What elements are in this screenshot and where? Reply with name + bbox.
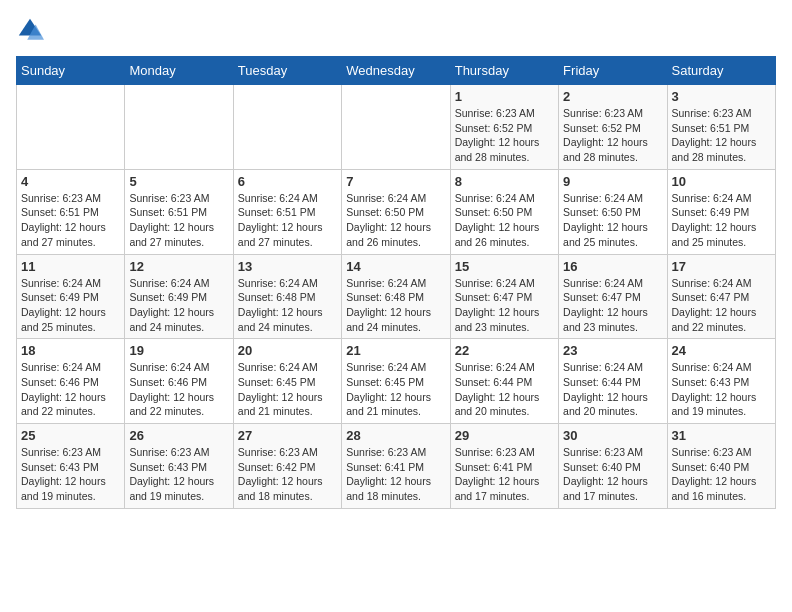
day-info: Sunrise: 6:23 AM Sunset: 6:42 PM Dayligh… (238, 445, 337, 504)
day-number: 22 (455, 343, 554, 358)
day-number: 19 (129, 343, 228, 358)
calendar-day-cell: 11Sunrise: 6:24 AM Sunset: 6:49 PM Dayli… (17, 254, 125, 339)
day-number: 13 (238, 259, 337, 274)
calendar-day-cell: 15Sunrise: 6:24 AM Sunset: 6:47 PM Dayli… (450, 254, 558, 339)
day-info: Sunrise: 6:24 AM Sunset: 6:51 PM Dayligh… (238, 191, 337, 250)
calendar-day-cell: 4Sunrise: 6:23 AM Sunset: 6:51 PM Daylig… (17, 169, 125, 254)
calendar-day-cell: 13Sunrise: 6:24 AM Sunset: 6:48 PM Dayli… (233, 254, 341, 339)
day-number: 16 (563, 259, 662, 274)
calendar-day-cell: 7Sunrise: 6:24 AM Sunset: 6:50 PM Daylig… (342, 169, 450, 254)
logo (16, 16, 48, 44)
calendar-day-cell (125, 85, 233, 170)
day-of-week-header: Friday (559, 57, 667, 85)
day-number: 20 (238, 343, 337, 358)
day-number: 21 (346, 343, 445, 358)
day-info: Sunrise: 6:24 AM Sunset: 6:48 PM Dayligh… (238, 276, 337, 335)
calendar-day-cell: 26Sunrise: 6:23 AM Sunset: 6:43 PM Dayli… (125, 424, 233, 509)
day-info: Sunrise: 6:23 AM Sunset: 6:41 PM Dayligh… (346, 445, 445, 504)
calendar-day-cell: 21Sunrise: 6:24 AM Sunset: 6:45 PM Dayli… (342, 339, 450, 424)
day-number: 30 (563, 428, 662, 443)
day-number: 5 (129, 174, 228, 189)
day-number: 4 (21, 174, 120, 189)
day-number: 25 (21, 428, 120, 443)
calendar-day-cell: 9Sunrise: 6:24 AM Sunset: 6:50 PM Daylig… (559, 169, 667, 254)
calendar-day-cell: 28Sunrise: 6:23 AM Sunset: 6:41 PM Dayli… (342, 424, 450, 509)
day-info: Sunrise: 6:23 AM Sunset: 6:43 PM Dayligh… (21, 445, 120, 504)
calendar-day-cell: 1Sunrise: 6:23 AM Sunset: 6:52 PM Daylig… (450, 85, 558, 170)
day-number: 14 (346, 259, 445, 274)
calendar-day-cell: 31Sunrise: 6:23 AM Sunset: 6:40 PM Dayli… (667, 424, 775, 509)
day-info: Sunrise: 6:23 AM Sunset: 6:40 PM Dayligh… (672, 445, 771, 504)
day-number: 24 (672, 343, 771, 358)
day-info: Sunrise: 6:24 AM Sunset: 6:50 PM Dayligh… (455, 191, 554, 250)
calendar-day-cell: 10Sunrise: 6:24 AM Sunset: 6:49 PM Dayli… (667, 169, 775, 254)
calendar-day-cell: 25Sunrise: 6:23 AM Sunset: 6:43 PM Dayli… (17, 424, 125, 509)
page-header (16, 16, 776, 44)
day-number: 26 (129, 428, 228, 443)
day-of-week-header: Saturday (667, 57, 775, 85)
day-info: Sunrise: 6:24 AM Sunset: 6:45 PM Dayligh… (346, 360, 445, 419)
calendar-day-cell: 14Sunrise: 6:24 AM Sunset: 6:48 PM Dayli… (342, 254, 450, 339)
calendar-day-cell: 17Sunrise: 6:24 AM Sunset: 6:47 PM Dayli… (667, 254, 775, 339)
day-number: 8 (455, 174, 554, 189)
day-of-week-header: Thursday (450, 57, 558, 85)
day-number: 18 (21, 343, 120, 358)
day-info: Sunrise: 6:24 AM Sunset: 6:46 PM Dayligh… (21, 360, 120, 419)
day-info: Sunrise: 6:23 AM Sunset: 6:52 PM Dayligh… (563, 106, 662, 165)
day-info: Sunrise: 6:23 AM Sunset: 6:51 PM Dayligh… (129, 191, 228, 250)
calendar-day-cell: 18Sunrise: 6:24 AM Sunset: 6:46 PM Dayli… (17, 339, 125, 424)
calendar-header-row: SundayMondayTuesdayWednesdayThursdayFrid… (17, 57, 776, 85)
calendar-day-cell (342, 85, 450, 170)
calendar-day-cell: 19Sunrise: 6:24 AM Sunset: 6:46 PM Dayli… (125, 339, 233, 424)
calendar-day-cell: 2Sunrise: 6:23 AM Sunset: 6:52 PM Daylig… (559, 85, 667, 170)
day-of-week-header: Tuesday (233, 57, 341, 85)
day-info: Sunrise: 6:24 AM Sunset: 6:43 PM Dayligh… (672, 360, 771, 419)
calendar-table: SundayMondayTuesdayWednesdayThursdayFrid… (16, 56, 776, 509)
calendar-day-cell: 24Sunrise: 6:24 AM Sunset: 6:43 PM Dayli… (667, 339, 775, 424)
calendar-day-cell: 22Sunrise: 6:24 AM Sunset: 6:44 PM Dayli… (450, 339, 558, 424)
day-number: 9 (563, 174, 662, 189)
calendar-week-row: 4Sunrise: 6:23 AM Sunset: 6:51 PM Daylig… (17, 169, 776, 254)
day-info: Sunrise: 6:23 AM Sunset: 6:41 PM Dayligh… (455, 445, 554, 504)
day-info: Sunrise: 6:24 AM Sunset: 6:47 PM Dayligh… (672, 276, 771, 335)
calendar-week-row: 11Sunrise: 6:24 AM Sunset: 6:49 PM Dayli… (17, 254, 776, 339)
calendar-day-cell: 6Sunrise: 6:24 AM Sunset: 6:51 PM Daylig… (233, 169, 341, 254)
day-number: 31 (672, 428, 771, 443)
day-of-week-header: Monday (125, 57, 233, 85)
day-info: Sunrise: 6:24 AM Sunset: 6:50 PM Dayligh… (346, 191, 445, 250)
calendar-day-cell: 23Sunrise: 6:24 AM Sunset: 6:44 PM Dayli… (559, 339, 667, 424)
day-of-week-header: Wednesday (342, 57, 450, 85)
day-info: Sunrise: 6:23 AM Sunset: 6:43 PM Dayligh… (129, 445, 228, 504)
day-of-week-header: Sunday (17, 57, 125, 85)
calendar-week-row: 25Sunrise: 6:23 AM Sunset: 6:43 PM Dayli… (17, 424, 776, 509)
calendar-day-cell: 27Sunrise: 6:23 AM Sunset: 6:42 PM Dayli… (233, 424, 341, 509)
calendar-day-cell: 8Sunrise: 6:24 AM Sunset: 6:50 PM Daylig… (450, 169, 558, 254)
calendar-day-cell: 5Sunrise: 6:23 AM Sunset: 6:51 PM Daylig… (125, 169, 233, 254)
day-number: 6 (238, 174, 337, 189)
day-number: 10 (672, 174, 771, 189)
day-info: Sunrise: 6:24 AM Sunset: 6:44 PM Dayligh… (455, 360, 554, 419)
day-number: 27 (238, 428, 337, 443)
calendar-day-cell: 3Sunrise: 6:23 AM Sunset: 6:51 PM Daylig… (667, 85, 775, 170)
day-number: 29 (455, 428, 554, 443)
calendar-week-row: 1Sunrise: 6:23 AM Sunset: 6:52 PM Daylig… (17, 85, 776, 170)
day-info: Sunrise: 6:23 AM Sunset: 6:51 PM Dayligh… (672, 106, 771, 165)
day-info: Sunrise: 6:24 AM Sunset: 6:49 PM Dayligh… (21, 276, 120, 335)
day-info: Sunrise: 6:23 AM Sunset: 6:51 PM Dayligh… (21, 191, 120, 250)
day-info: Sunrise: 6:24 AM Sunset: 6:47 PM Dayligh… (455, 276, 554, 335)
day-number: 1 (455, 89, 554, 104)
calendar-week-row: 18Sunrise: 6:24 AM Sunset: 6:46 PM Dayli… (17, 339, 776, 424)
day-info: Sunrise: 6:24 AM Sunset: 6:49 PM Dayligh… (129, 276, 228, 335)
day-number: 23 (563, 343, 662, 358)
day-info: Sunrise: 6:24 AM Sunset: 6:48 PM Dayligh… (346, 276, 445, 335)
day-info: Sunrise: 6:24 AM Sunset: 6:46 PM Dayligh… (129, 360, 228, 419)
day-info: Sunrise: 6:24 AM Sunset: 6:45 PM Dayligh… (238, 360, 337, 419)
day-number: 17 (672, 259, 771, 274)
day-number: 2 (563, 89, 662, 104)
calendar-day-cell: 12Sunrise: 6:24 AM Sunset: 6:49 PM Dayli… (125, 254, 233, 339)
calendar-day-cell (17, 85, 125, 170)
day-number: 11 (21, 259, 120, 274)
day-info: Sunrise: 6:24 AM Sunset: 6:50 PM Dayligh… (563, 191, 662, 250)
day-info: Sunrise: 6:23 AM Sunset: 6:52 PM Dayligh… (455, 106, 554, 165)
calendar-day-cell: 30Sunrise: 6:23 AM Sunset: 6:40 PM Dayli… (559, 424, 667, 509)
